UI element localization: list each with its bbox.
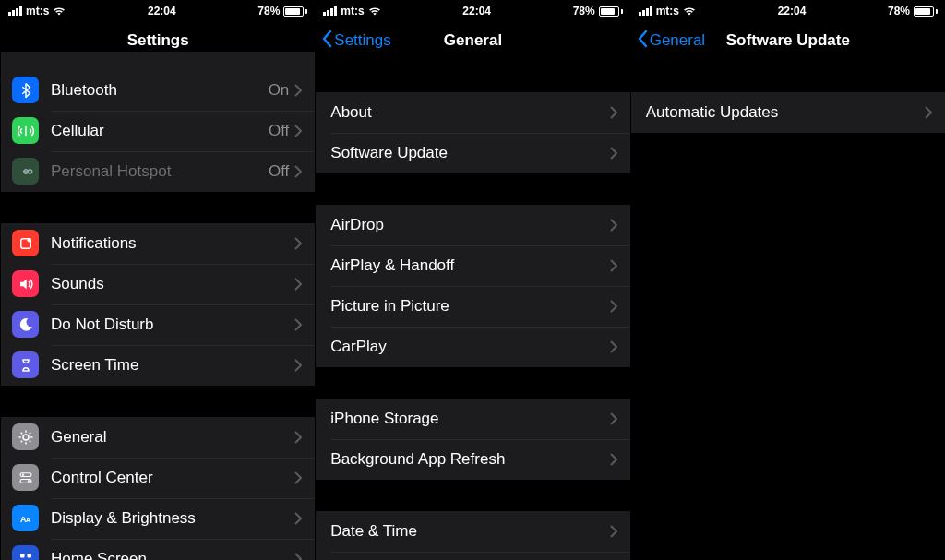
row-control-center[interactable]: Control Center bbox=[1, 458, 315, 498]
carrier-label: mt:s bbox=[26, 5, 49, 18]
row-label: Date & Time bbox=[330, 522, 609, 541]
software-update-pane: mt:s 22:04 78% General Software Update A… bbox=[630, 0, 945, 560]
row-display-brightness[interactable]: AA Display & Brightness bbox=[1, 498, 315, 539]
chevron-right-icon bbox=[294, 84, 302, 97]
svg-point-1 bbox=[27, 238, 31, 243]
svg-point-4 bbox=[21, 473, 23, 475]
row-do-not-disturb[interactable]: Do Not Disturb bbox=[1, 304, 315, 345]
row-software-update[interactable]: Software Update bbox=[316, 133, 629, 173]
row-date-time[interactable]: Date & Time bbox=[316, 511, 629, 552]
chevron-left-icon bbox=[321, 30, 332, 53]
back-button[interactable]: Settings bbox=[321, 20, 390, 61]
row-picture-in-picture[interactable]: Picture in Picture bbox=[316, 286, 629, 327]
row-label: Home Screen bbox=[51, 550, 294, 560]
cellular-icon bbox=[12, 117, 39, 144]
row-airdrop[interactable]: AirDrop bbox=[316, 205, 629, 245]
back-label: Settings bbox=[334, 31, 390, 50]
row-label: Personal Hotspot bbox=[51, 162, 269, 181]
row-background-app-refresh[interactable]: Background App Refresh bbox=[316, 439, 629, 480]
row-label: General bbox=[51, 428, 294, 447]
row-label: AirDrop bbox=[330, 216, 609, 234]
row-label: Automatic Updates bbox=[646, 103, 925, 122]
signal-icon bbox=[323, 6, 337, 16]
chevron-right-icon bbox=[610, 219, 617, 232]
switches-icon bbox=[12, 464, 39, 491]
svg-point-2 bbox=[23, 435, 29, 440]
row-carplay[interactable]: CarPlay bbox=[316, 327, 629, 367]
chevron-right-icon bbox=[294, 553, 302, 560]
signal-icon bbox=[8, 6, 22, 16]
status-bar: mt:s 22:04 78% bbox=[631, 2, 945, 20]
row-label: About bbox=[330, 103, 609, 122]
row-airplay-handoff[interactable]: AirPlay & Handoff bbox=[316, 245, 629, 286]
battery-pct-label: 78% bbox=[888, 5, 910, 18]
chevron-right-icon bbox=[610, 106, 617, 119]
svg-point-6 bbox=[27, 480, 29, 482]
svg-rect-10 bbox=[27, 554, 31, 558]
chevron-right-icon bbox=[610, 412, 617, 425]
chevron-right-icon bbox=[294, 471, 302, 484]
row-label: Cellular bbox=[51, 122, 269, 140]
battery-icon bbox=[599, 6, 623, 17]
hotspot-icon bbox=[12, 158, 39, 185]
row-label: iPhone Storage bbox=[330, 410, 609, 428]
chevron-right-icon bbox=[610, 259, 617, 272]
row-automatic-updates[interactable]: Automatic Updates bbox=[631, 92, 945, 133]
row-personal-hotspot[interactable]: Personal Hotspot Off bbox=[1, 151, 315, 192]
grid-icon bbox=[12, 545, 39, 560]
row-label: Control Center bbox=[51, 469, 294, 487]
chevron-right-icon bbox=[610, 453, 617, 466]
chevron-right-icon bbox=[294, 512, 302, 525]
time-label: 22:04 bbox=[462, 5, 491, 18]
row-home-screen[interactable]: Home Screen bbox=[1, 539, 315, 560]
row-label: Background App Refresh bbox=[330, 450, 609, 469]
bluetooth-icon bbox=[12, 77, 39, 103]
carrier-label: mt:s bbox=[341, 5, 364, 18]
hourglass-icon bbox=[12, 351, 39, 378]
chevron-right-icon bbox=[294, 431, 302, 444]
nav-bar: General Software Update bbox=[631, 20, 945, 61]
row-label: CarPlay bbox=[330, 338, 609, 356]
wifi-icon bbox=[368, 6, 381, 16]
row-label: Bluetooth bbox=[51, 81, 269, 100]
row-iphone-storage[interactable]: iPhone Storage bbox=[316, 399, 629, 439]
chevron-right-icon bbox=[610, 147, 617, 160]
wifi-icon bbox=[683, 6, 696, 16]
row-keyboard[interactable]: Keyboard bbox=[316, 552, 629, 560]
row-label: Do Not Disturb bbox=[51, 316, 294, 334]
row-label: Display & Brightness bbox=[51, 509, 294, 528]
nav-bar: Settings General bbox=[316, 20, 629, 61]
row-label: AirPlay & Handoff bbox=[330, 256, 609, 275]
row-cellular[interactable]: Cellular Off bbox=[1, 111, 315, 151]
chevron-right-icon bbox=[294, 237, 302, 250]
status-bar: mt:s 22:04 78% bbox=[1, 2, 315, 20]
row-screen-time[interactable]: Screen Time bbox=[1, 345, 315, 386]
row-sounds[interactable]: Sounds bbox=[1, 264, 315, 304]
gear-icon bbox=[12, 423, 39, 450]
svg-rect-5 bbox=[20, 479, 31, 483]
battery-pct-label: 78% bbox=[257, 5, 280, 18]
svg-rect-3 bbox=[20, 472, 31, 476]
row-label: Sounds bbox=[51, 275, 294, 293]
row-label: Picture in Picture bbox=[330, 297, 609, 316]
notifications-icon bbox=[12, 230, 39, 256]
svg-text:A: A bbox=[26, 516, 30, 522]
time-label: 22:04 bbox=[148, 5, 176, 18]
chevron-left-icon bbox=[637, 30, 648, 53]
svg-rect-9 bbox=[20, 554, 25, 558]
chevron-right-icon bbox=[294, 278, 302, 291]
row-label: Software Update bbox=[330, 144, 609, 162]
row-value: Off bbox=[269, 122, 289, 140]
row-notifications[interactable]: Notifications bbox=[1, 223, 315, 264]
row-about[interactable]: About bbox=[316, 92, 629, 133]
chevron-right-icon bbox=[925, 106, 932, 119]
row-value: On bbox=[269, 81, 290, 100]
row-bluetooth[interactable]: Bluetooth On bbox=[1, 70, 315, 111]
row-general[interactable]: General bbox=[1, 417, 315, 458]
back-button[interactable]: General bbox=[637, 20, 705, 61]
status-bar: mt:s 22:04 78% bbox=[316, 2, 629, 20]
page-title: Software Update bbox=[726, 31, 850, 50]
text-size-icon: AA bbox=[12, 505, 39, 531]
chevron-right-icon bbox=[610, 300, 617, 313]
time-label: 22:04 bbox=[778, 5, 807, 18]
